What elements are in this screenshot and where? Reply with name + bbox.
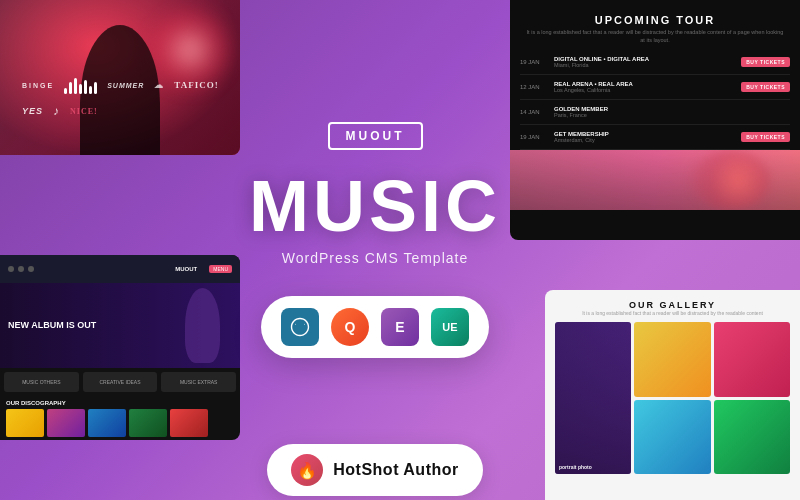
logo-yes: Yes	[22, 106, 43, 116]
logo-script2: Nice!	[70, 107, 98, 116]
feature-3: MUSIC EXTRAS	[180, 379, 218, 385]
quform-icon[interactable]: Q	[331, 308, 369, 346]
tour-item: 14 JAN GOLDEN MEMBER Paris, France	[520, 100, 790, 125]
gallery-subtitle: It is a long established fact that a rea…	[555, 310, 790, 316]
discography-title: OUR DISCOGRAPHY	[6, 400, 234, 406]
tour-item: 19 JAN GET MEMBERSHIP Amsterdam, City BU…	[520, 125, 790, 150]
feature-2: CREATIVE IDEAS	[99, 379, 140, 385]
gallery-cell-3	[714, 322, 790, 397]
elementor-icon[interactable]: E	[381, 308, 419, 346]
tour-item: 19 JAN DIGITAL ONLINE • DIGITAL AREA Mia…	[520, 50, 790, 75]
feature-1: MUSIC OTHERS	[22, 379, 60, 385]
tour-item: 12 JAN REAL ARENA • REAL AREA Los Angele…	[520, 75, 790, 100]
logo-summer: Summer	[107, 82, 144, 89]
gallery-grid: portrait photo	[555, 322, 790, 477]
upcoming-tour-section: UPCOMING TOUR It is a long established f…	[510, 0, 800, 240]
gallery-section: OUR GALLERY It is a long established fac…	[545, 290, 800, 500]
tech-icons: Q E UE	[261, 296, 489, 358]
screenshot-left: MUOUT MENU NEW ALBUM IS OUT MUSIC OTHERS…	[0, 255, 240, 440]
tour-description: It is a long established fact that a rea…	[526, 29, 784, 44]
author-pill[interactable]: 🔥 HotShot Author	[267, 444, 482, 496]
gallery-cell-4	[634, 400, 710, 475]
wordpress-icon[interactable]	[281, 308, 319, 346]
tour-title: UPCOMING TOUR	[526, 14, 784, 26]
logo-soundcloud: ☁	[154, 80, 164, 90]
center-content: MUOUT MUSIC WordPress CMS Template Q E U…	[240, 0, 510, 500]
logo-script1: Tafico!	[174, 80, 218, 90]
gallery-title: OUR GALLERY	[555, 300, 790, 310]
main-title: MUSIC	[249, 170, 501, 242]
gallery-cell-1: portrait photo	[555, 322, 631, 474]
author-name: HotShot Author	[333, 461, 458, 479]
author-badge-container: 🔥 HotShot Author	[240, 440, 510, 500]
subtitle: WordPress CMS Template	[282, 250, 468, 266]
logo-music-note: ♪	[53, 104, 60, 118]
author-icon: 🔥	[291, 454, 323, 486]
logo-binge: BINGE	[22, 82, 54, 89]
brand-badge: MUOUT	[328, 122, 423, 150]
gallery-cell-2	[634, 322, 710, 397]
hero-text: NEW ALBUM IS OUT	[8, 320, 96, 331]
gallery-cell-5	[714, 400, 790, 475]
tour-list: 19 JAN DIGITAL ONLINE • DIGITAL AREA Mia…	[510, 50, 800, 150]
logo-soundwave	[64, 76, 97, 94]
ultimate-icon[interactable]: UE	[431, 308, 469, 346]
logos-row: BINGE Summer ☁ Tafico! Yes ♪ Nice!	[10, 60, 248, 134]
